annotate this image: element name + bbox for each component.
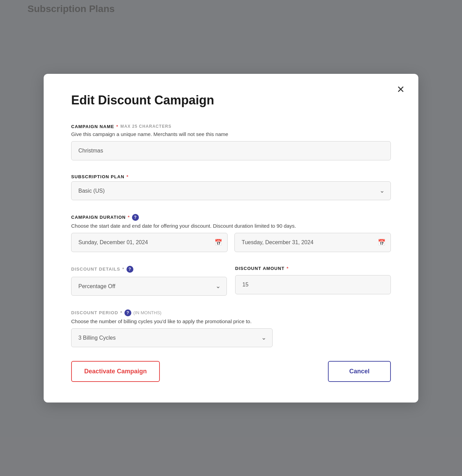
discount-details-help-icon[interactable]: ? (126, 266, 133, 273)
discount-period-label: DISCOUNT PERIOD * ? (IN MONTHS) (71, 309, 391, 316)
campaign-name-label: CAMPAIGN NAME * MAX 25 CHARACTERS (71, 124, 391, 129)
discount-row: DISCOUNT DETAILS * ? Percentage Off ⌄ (71, 266, 391, 296)
close-button[interactable]: ✕ (395, 83, 406, 96)
discount-details-select[interactable]: Percentage Off (71, 277, 227, 296)
modal-overlay: ✕ Edit Discount Campaign CAMPAIGN NAME *… (0, 0, 462, 476)
discount-details-required: * (122, 267, 124, 272)
discount-amount-group: DISCOUNT AMOUNT * (235, 266, 391, 296)
discount-period-help-icon[interactable]: ? (124, 309, 131, 316)
subscription-plan-select-wrapper: Basic (US) ⌄ (71, 181, 391, 200)
campaign-name-group: CAMPAIGN NAME * MAX 25 CHARACTERS Give t… (71, 124, 391, 160)
subscription-plan-required: * (126, 174, 129, 179)
campaign-duration-required: * (128, 215, 130, 220)
modal-title: Edit Discount Campaign (71, 93, 391, 107)
deactivate-campaign-button[interactable]: Deactivate Campaign (71, 361, 160, 382)
footer-row: Deactivate Campaign Cancel (71, 361, 391, 382)
subscription-plan-select[interactable]: Basic (US) (71, 181, 391, 200)
close-icon: ✕ (397, 84, 405, 95)
subscription-plan-group: SUBSCRIPTION PLAN * Basic (US) ⌄ (71, 174, 391, 200)
discount-amount-required: * (287, 266, 289, 271)
discount-details-select-wrapper: Percentage Off ⌄ (71, 277, 227, 296)
discount-period-required: * (120, 310, 122, 315)
date-row: 📅 📅 (71, 233, 391, 252)
campaign-name-max-chars: MAX 25 CHARACTERS (120, 124, 171, 129)
start-date-wrapper: 📅 (71, 233, 228, 252)
campaign-name-description: Give this campaign a unique name. Mercha… (71, 131, 391, 137)
modal-dialog: ✕ Edit Discount Campaign CAMPAIGN NAME *… (44, 74, 418, 403)
campaign-duration-description: Choose the start date and end date for o… (71, 223, 391, 229)
discount-period-description: Choose the number of billing cycles you'… (71, 318, 391, 324)
campaign-name-required: * (116, 124, 118, 129)
billing-cycles-select-wrapper: 3 Billing Cycles ⌄ (71, 328, 273, 347)
billing-cycles-select[interactable]: 3 Billing Cycles (71, 328, 273, 347)
campaign-duration-help-icon[interactable]: ? (132, 214, 139, 221)
end-date-input[interactable] (234, 233, 391, 252)
campaign-duration-group: CAMPAIGN DURATION * ? Choose the start d… (71, 214, 391, 252)
discount-details-group: DISCOUNT DETAILS * ? Percentage Off ⌄ (71, 266, 227, 296)
in-months-label: (IN MONTHS) (133, 310, 162, 315)
page-background: Subscription Plans ✕ Edit Discount Campa… (0, 0, 462, 476)
campaign-name-input[interactable] (71, 141, 391, 160)
billing-select-inner: 3 Billing Cycles ⌄ (71, 328, 273, 347)
end-date-wrapper: 📅 (234, 233, 391, 252)
campaign-duration-label: CAMPAIGN DURATION * ? (71, 214, 391, 221)
discount-details-label: DISCOUNT DETAILS * ? (71, 266, 227, 273)
start-date-input[interactable] (71, 233, 228, 252)
cancel-button[interactable]: Cancel (328, 361, 391, 382)
subscription-plan-label: SUBSCRIPTION PLAN * (71, 174, 391, 179)
discount-amount-input[interactable] (235, 275, 391, 294)
discount-period-group: DISCOUNT PERIOD * ? (IN MONTHS) Choose t… (71, 309, 391, 347)
discount-amount-label: DISCOUNT AMOUNT * (235, 266, 391, 271)
